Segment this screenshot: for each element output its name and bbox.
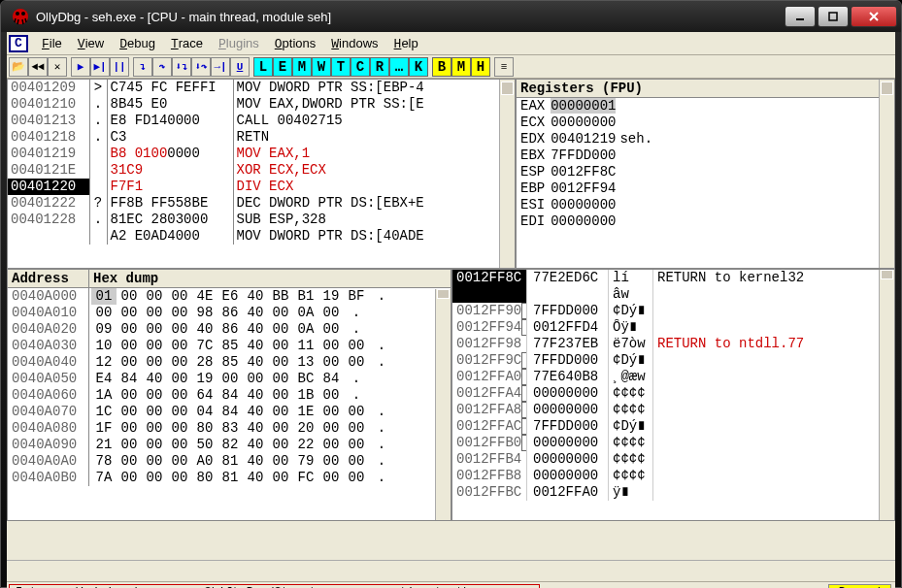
main-window: OllyDbg - seh.exe - [CPU - main thread, … xyxy=(0,0,902,588)
status-state: Paused xyxy=(828,584,891,589)
stack-pane[interactable]: 0012FF8C77E2ED6Clí âwRETURN to kernel320… xyxy=(451,269,895,521)
register-ecx[interactable]: ECX00000000 xyxy=(517,114,894,131)
hexdump-row[interactable]: 0040A0B07A00000080814000FC0000. xyxy=(8,470,451,486)
menu-file[interactable]: File xyxy=(34,34,70,53)
register-ebp[interactable]: EBP0012FF94 xyxy=(517,180,894,197)
stack-row[interactable]: 0012FFBC0012FFA0ÿ∎ xyxy=(452,484,894,501)
disasm-row[interactable]: 00401219B8 01000000MOV EAX,1 xyxy=(8,146,515,162)
hexdump-row[interactable]: 0040A0902100000050824000220000. xyxy=(8,437,451,453)
trace-into-button[interactable]: ⬇↴ xyxy=(172,57,191,77)
toolbar-t-button[interactable]: T xyxy=(331,57,351,77)
registers-pane[interactable]: Registers (FPU) EAX00000001ECX00000000ED… xyxy=(516,79,895,269)
trace-over-button[interactable]: ⬇↷ xyxy=(191,57,211,77)
stack-row[interactable]: 0012FFA077E640B8¸@æw xyxy=(452,369,894,385)
disasm-row[interactable]: 00401210.8B45 E0MOV EAX,DWORD PTR SS:[E xyxy=(8,96,515,113)
disasm-row[interactable]: 00401209>C745 FC FEFFIMOV DWORD PTR SS:[… xyxy=(8,80,515,96)
stack-row[interactable]: 0012FFA800000000¢¢¢¢ xyxy=(452,402,894,418)
open-button[interactable]: 📂 xyxy=(9,57,28,77)
hexdump-address-header: Address xyxy=(8,270,89,287)
step-over-button[interactable]: ↷ xyxy=(152,57,172,77)
disasm-row[interactable]: 00401213.E8 FD140000CALL 00402715 xyxy=(8,113,515,129)
stack-row[interactable]: 0012FFAC7FFDD000¢Dý∎ xyxy=(452,418,894,435)
hexdump-row[interactable]: 0040A0601A000000648440001B00. xyxy=(8,387,451,404)
disasm-scrollbar[interactable] xyxy=(499,80,515,268)
register-esp[interactable]: ESP0012FF8C xyxy=(517,164,894,180)
toolbar-r-button[interactable]: R xyxy=(370,57,389,77)
stack-row[interactable]: 0012FF9C7FFDD000¢Dý∎ xyxy=(452,352,894,369)
disasm-row[interactable]: 00401228.81EC 2803000SUB ESP,328 xyxy=(8,212,515,228)
toolbar-l-button[interactable]: L xyxy=(253,57,273,77)
register-eax[interactable]: EAX00000001 xyxy=(517,98,894,114)
stack-row[interactable]: 0012FF9877F237EBë7òwRETURN to ntdll.77 xyxy=(452,336,894,352)
step-button[interactable]: ▶| xyxy=(90,57,110,77)
statusbar: Integer division by zero - Shift+Run/Ste… xyxy=(7,581,895,588)
cpu-badge-icon[interactable]: C xyxy=(9,35,28,52)
register-edi[interactable]: EDI00000000 xyxy=(517,213,894,230)
titlebar[interactable]: OllyDbg - seh.exe - [CPU - main thread, … xyxy=(1,1,901,32)
hexdump-row[interactable]: 0040A01000000000988640000A00. xyxy=(8,305,451,321)
execute-till-button[interactable]: →| xyxy=(211,57,230,77)
disasm-row[interactable]: A2 E0AD4000MOV DWORD PTR DS:[40ADE xyxy=(8,228,515,245)
hexdump-row[interactable]: 0040A02009000000408640000A00. xyxy=(8,321,451,338)
hexdump-row[interactable]: 0040A000010000004EE640BBB119BF. xyxy=(8,288,451,305)
menu-debug[interactable]: Debug xyxy=(112,34,163,53)
hexdump-row[interactable]: 0040A0701C000000048440001E0000. xyxy=(8,404,451,420)
menu-windows[interactable]: Windows xyxy=(323,34,385,53)
hexdump-row[interactable]: 0040A030100000007C854000110000. xyxy=(8,338,451,354)
return-button[interactable]: U xyxy=(230,57,250,77)
disasm-row[interactable]: 0040121E31C9XOR ECX,ECX xyxy=(8,162,515,179)
stack-row[interactable]: 0012FF907FFDD000¢Dý∎ xyxy=(452,303,894,319)
menu-trace[interactable]: Trace xyxy=(163,34,211,53)
stack-row[interactable]: 0012FF8C77E2ED6Clí âwRETURN to kernel32 xyxy=(452,270,894,303)
rewind-button[interactable]: ◄◄ xyxy=(28,57,48,77)
hexdump-row[interactable]: 0040A0401200000028854000130000. xyxy=(8,354,451,371)
hexdump-row[interactable]: 0040A050E484400019000000BC84. xyxy=(8,371,451,387)
toolbar-c-button[interactable]: C xyxy=(351,57,370,77)
menu-plugins[interactable]: Plugins xyxy=(211,34,267,53)
app-icon xyxy=(11,7,30,26)
toolbar-m-button[interactable]: M xyxy=(451,57,471,77)
menu-view[interactable]: View xyxy=(70,34,112,53)
stack-scrollbar[interactable] xyxy=(879,270,894,520)
disasm-row[interactable]: 00401220F7F1DIV ECX xyxy=(8,179,515,195)
toolbar-m-button[interactable]: M xyxy=(292,57,312,77)
menu-options[interactable]: Options xyxy=(267,34,324,53)
stack-row[interactable]: 0012FFB800000000¢¢¢¢ xyxy=(452,468,894,484)
hexdump-scrollbar[interactable] xyxy=(435,289,451,520)
info-bar xyxy=(7,560,895,581)
stack-row[interactable]: 0012FFA400000000¢¢¢¢ xyxy=(452,385,894,402)
toolbar-b-button[interactable]: B xyxy=(432,57,451,77)
toolbar-e-button[interactable]: E xyxy=(273,57,292,77)
disasm-row[interactable]: 00401218.C3RETN xyxy=(8,129,515,146)
toolbar-h-button[interactable]: H xyxy=(471,57,490,77)
toolbar-…-button[interactable]: … xyxy=(389,57,409,77)
register-esi[interactable]: ESI00000000 xyxy=(517,197,894,213)
stack-row[interactable]: 0012FFB400000000¢¢¢¢ xyxy=(452,451,894,468)
toolbar-k-button[interactable]: K xyxy=(409,57,428,77)
svg-point-2 xyxy=(21,12,25,16)
svg-rect-3 xyxy=(796,18,804,20)
menubar: C FileViewDebugTracePluginsOptionsWindow… xyxy=(7,32,895,55)
toolbar-w-button[interactable]: W xyxy=(312,57,331,77)
register-edx[interactable]: EDX00401219seh. xyxy=(517,131,894,147)
run-button[interactable]: ▶ xyxy=(71,57,90,77)
maximize-button[interactable] xyxy=(818,6,849,27)
minimize-button[interactable] xyxy=(785,6,816,27)
disasm-row[interactable]: 00401222?FF8B FF558BEDEC DWORD PTR DS:[E… xyxy=(8,195,515,212)
pause-button[interactable]: || xyxy=(110,57,129,77)
close-x-button[interactable]: ✕ xyxy=(48,57,67,77)
hexdump-row[interactable]: 0040A0A078000000A0814000790000. xyxy=(8,453,451,470)
menu-help[interactable]: Help xyxy=(386,34,426,53)
workspace: 00401209>C745 FC FEFFIMOV DWORD PTR SS:[… xyxy=(7,79,895,560)
stack-row[interactable]: 0012FFB000000000¢¢¢¢ xyxy=(452,435,894,451)
hexdump-row[interactable]: 0040A0801F00000080834000200000. xyxy=(8,420,451,437)
settings-button[interactable]: ≡ xyxy=(494,57,514,77)
close-button[interactable] xyxy=(851,6,897,27)
window-title: OllyDbg - seh.exe - [CPU - main thread, … xyxy=(36,10,785,24)
step-into-button[interactable]: ↴ xyxy=(133,57,152,77)
hexdump-pane[interactable]: Address Hex dump 0040A000010000004EE640B… xyxy=(7,269,451,521)
stack-row[interactable]: 0012FF940012FFD4Ôÿ∎ xyxy=(452,319,894,336)
disassembly-pane[interactable]: 00401209>C745 FC FEFFIMOV DWORD PTR SS:[… xyxy=(7,79,516,269)
register-ebx[interactable]: EBX7FFDD000 xyxy=(517,147,894,164)
registers-scrollbar[interactable] xyxy=(879,80,894,268)
